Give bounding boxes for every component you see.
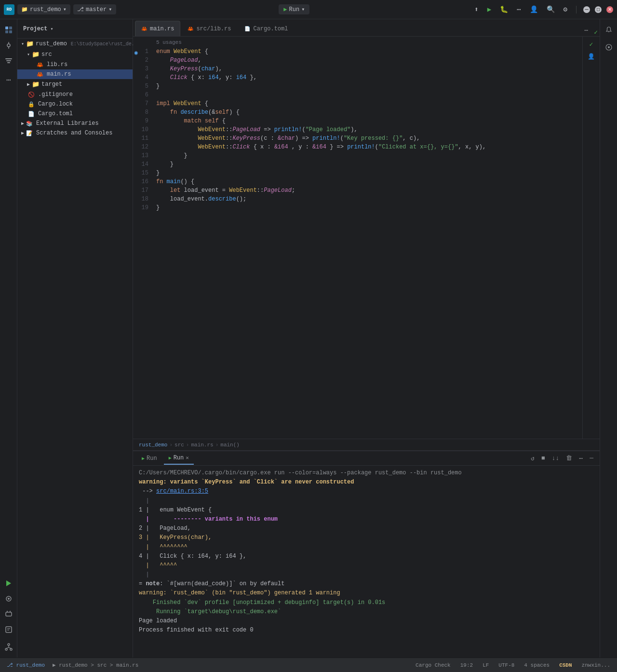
bottom-tab-run-1-icon: ▶ (142, 456, 145, 461)
console-line-output-2: Process finished with exit code 0 (139, 626, 594, 635)
root-chevron: ▾ (21, 41, 24, 47)
code-line-1: enum WebEvent { (152, 47, 582, 56)
tree-cargo-toml[interactable]: 📄 Cargo.toml (17, 109, 133, 119)
line-num-17: 17 (133, 186, 148, 195)
minimize-button[interactable]: ─ (583, 6, 590, 13)
status-line-ending[interactable]: LF (481, 661, 491, 669)
sidebar-icon-more[interactable]: ⋯ (2, 73, 15, 87)
vcs-dropdown[interactable]: ⎇ master ▾ (73, 4, 116, 14)
scroll-end-button[interactable]: ↓↓ (550, 453, 562, 463)
editor-right-more[interactable]: 👤 (588, 53, 595, 60)
status-git[interactable]: ⎇ rust_demo (5, 661, 47, 669)
sidebar-icon-run[interactable] (2, 577, 15, 590)
sidebar-icon-services[interactable] (2, 592, 15, 605)
console-output[interactable]: C:/Users/MECHREVO/.cargo/bin/cargo.exe r… (133, 466, 600, 658)
tab-cargo-toml[interactable]: 📄 Cargo.toml (238, 21, 294, 36)
line-num-4: 4 (133, 73, 148, 82)
cargo-lock-icon: 🔒 (28, 101, 35, 108)
code-line-6 (152, 91, 582, 99)
stop-button[interactable]: ■ (539, 453, 548, 463)
profile-icon[interactable]: 👤 (528, 3, 540, 15)
search-everywhere-icon[interactable]: 🔍 (545, 3, 557, 15)
line-num-19: 19 (133, 203, 148, 212)
status-plugin-2[interactable]: znwxin... (580, 661, 612, 669)
code-line-11: WebEvent::KeyPress(c : &char) => println… (152, 134, 582, 143)
commit-icon[interactable]: ⬆ (472, 3, 480, 15)
line-num-1-text: ◉ 1 (145, 48, 148, 55)
line-num-13: 13 (133, 151, 148, 160)
bottom-panel: ▶ Run ▶ Run ✕ ↺ ■ ↓↓ 🗑 ⋯ ─ C:/U (133, 450, 600, 658)
sidebar-icon-todo[interactable] (2, 623, 15, 636)
main-rs-icon: 🦀 (37, 71, 43, 78)
close-button[interactable]: ✕ (606, 6, 613, 13)
more-button[interactable]: ⋯ (577, 453, 585, 464)
project-name: rust_demo (30, 6, 61, 13)
editor-checkmark-right[interactable]: ✓ (590, 40, 593, 48)
play-icon[interactable]: ▶ (485, 3, 493, 15)
tree-lib-rs[interactable]: 🦀 lib.rs (17, 60, 133, 69)
tree-main-rs[interactable]: 🦀 main.rs (17, 69, 133, 79)
console-line-running: Running `target\debug\rust_demo.exe` (139, 607, 594, 617)
sidebar-icon-project[interactable] (2, 23, 15, 37)
svg-line-24 (9, 647, 11, 648)
code-line-7: impl WebEvent { (152, 99, 582, 108)
tree-target-folder[interactable]: ▶ 📁 target (17, 79, 133, 90)
status-cargo-check[interactable]: Cargo Check (414, 661, 453, 669)
tree-external-libs[interactable]: ▶ 📚 External Libraries (17, 119, 133, 128)
debug-icon[interactable]: 🐛 (498, 3, 510, 15)
restart-button[interactable]: ↺ (528, 453, 537, 464)
more-actions-icon[interactable]: ⋯ (515, 3, 523, 15)
bottom-tab-run-1[interactable]: ▶ Run (137, 452, 162, 465)
clear-button[interactable]: 🗑 (563, 453, 575, 463)
console-line-note: = note: `#[warn(dead_code)]` on by defau… (139, 579, 594, 589)
status-plugin-1[interactable]: CSDN (557, 661, 574, 669)
tree-gitignore[interactable]: 🚫 .gitignore (17, 90, 133, 99)
breadcrumb-fn: main() (220, 442, 240, 448)
ext-libs-name: External Libraries (36, 120, 99, 127)
titlebar-right: ⬆ ▶ 🐛 ⋯ 👤 🔍 ⚙ ─ □ ✕ (472, 3, 613, 15)
code-line-10: WebEvent::PageLoad => println!("Page loa… (152, 125, 582, 134)
svg-rect-2 (5, 30, 8, 33)
bottom-tab-run-2[interactable]: ▶ Run ✕ (164, 452, 194, 465)
sidebar-icon-structure[interactable] (2, 54, 15, 67)
bottom-tab-actions: ↺ ■ ↓↓ 🗑 ⋯ ─ (528, 453, 596, 464)
line-num-8: 8 (133, 108, 148, 117)
sidebar-icon-debug[interactable] (2, 607, 15, 621)
titlebar-left: RD 📁 rust_demo ▾ ⎇ master ▾ (4, 4, 116, 15)
run-button[interactable]: ▶ Run ▾ (279, 4, 309, 14)
lib-rs-icon: 🦀 (37, 62, 43, 68)
code-content[interactable]: 5 usages enum WebEvent { PageLoad, KeyPr… (152, 37, 582, 439)
project-panel-header: Project ▾ (17, 19, 133, 39)
tab-main-rs[interactable]: 🦀 main.rs (135, 21, 180, 36)
status-position[interactable]: 19:2 (458, 661, 475, 669)
settings-icon[interactable]: ⚙ (562, 3, 569, 15)
status-breadcrumb[interactable]: ▶ rust_demo > src > main.rs (51, 661, 140, 669)
status-indent[interactable]: 4 spaces (522, 661, 551, 669)
tab-lib-rs[interactable]: 🦀 src/lib.rs (181, 21, 237, 36)
breadcrumb-file: main.rs (191, 442, 213, 448)
code-line-3: KeyPress(char), (152, 65, 582, 73)
minimize-panel-button[interactable]: ─ (587, 453, 596, 463)
console-link-src[interactable]: src/main.rs:3:5 (156, 488, 208, 495)
status-encoding[interactable]: UTF-8 (496, 661, 516, 669)
tree-root[interactable]: ▾ 📁 rust_demo E:\StudySpace\rust_de... (17, 39, 133, 49)
target-chevron: ▶ (27, 81, 30, 87)
code-line-13: } (152, 151, 582, 160)
project-dropdown[interactable]: 📁 rust_demo ▾ (17, 4, 70, 14)
tree-src-folder[interactable]: ▾ 📁 src (17, 49, 133, 60)
right-icon-assistant[interactable] (602, 40, 616, 54)
tree-scratches[interactable]: ▶ 📝 Scratches and Consoles (17, 128, 133, 138)
tree-cargo-lock[interactable]: 🔒 Cargo.lock (17, 99, 133, 109)
sidebar-icon-commit[interactable] (2, 39, 15, 52)
right-icon-notifications[interactable] (602, 23, 616, 37)
line-num-10: 10 (133, 125, 148, 134)
tab-lib-rs-icon: 🦀 (188, 26, 193, 32)
line-num-15: 15 (133, 169, 148, 177)
maximize-button[interactable]: □ (595, 6, 602, 13)
bottom-tab-run-2-close[interactable]: ✕ (186, 455, 189, 461)
vcs-icon: ⎇ (77, 6, 84, 13)
editor-checkmark[interactable]: ✓ (594, 28, 598, 36)
tab-bar-more[interactable]: ⋯ (580, 25, 592, 36)
sidebar-icon-git[interactable] (2, 640, 15, 654)
breadcrumb-project[interactable]: rust_demo (139, 442, 167, 448)
